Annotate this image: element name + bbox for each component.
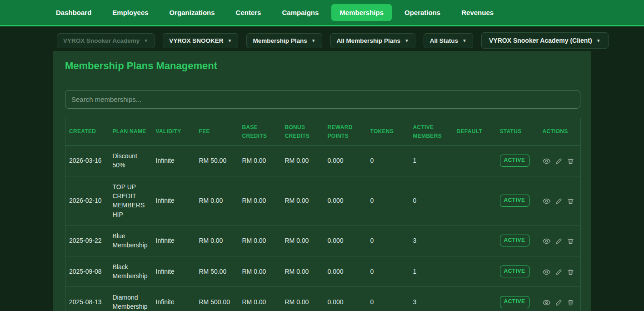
nav-item-centers[interactable]: Centers — [228, 4, 270, 21]
table-row: 2025-09-08Black MembershipInfiniteRM 50.… — [65, 256, 581, 287]
dropdown-label: VYROX Snooker Academy — [63, 37, 140, 44]
column-header-default: DEFAULT — [453, 118, 496, 145]
eye-icon[interactable] — [543, 299, 550, 306]
table-row: 2025-08-13Diamond MembershipInfiniteRM 5… — [65, 287, 581, 311]
eye-icon[interactable] — [543, 268, 550, 276]
nav-item-memberships[interactable]: Memberships — [331, 4, 392, 21]
academy-filter-dropdown: VYROX Snooker Academy▼ — [57, 33, 155, 48]
column-header-tokens: TOKENS — [367, 118, 409, 145]
table-row: 2025-09-22Blue MembershipInfiniteRM 0.00… — [65, 225, 581, 256]
status-badge: ACTIVE — [500, 155, 529, 166]
column-header-status: STATUS — [496, 118, 539, 145]
validity-cell: Infinite — [152, 176, 195, 225]
client-selector-dropdown[interactable]: VYROX Snooker Academy (Client)▼ — [481, 32, 609, 49]
pencil-icon[interactable] — [555, 158, 562, 165]
nav-item-revenues[interactable]: Revenues — [453, 4, 502, 21]
membership-plans-filter-dropdown[interactable]: All Membership Plans▼ — [330, 33, 415, 48]
filter-bar: VYROX Snooker Academy▼VYROX SNOOKER▼Memb… — [0, 26, 644, 49]
bonus-credits-cell: RM 0.00 — [281, 176, 324, 225]
column-header-plan-name: PLAN NAME — [109, 118, 152, 145]
actions-cell — [539, 225, 581, 256]
trash-icon[interactable] — [567, 269, 574, 276]
base-credits-cell: RM 0.00 — [239, 225, 281, 256]
created-cell: 2025-09-08 — [65, 256, 109, 287]
dropdown-label: Membership Plans — [253, 37, 307, 44]
validity-cell: Infinite — [152, 256, 195, 287]
trash-icon[interactable] — [567, 158, 574, 165]
membership-plans-table: CREATEDPLAN NAMEVALIDITYFEEBASE CREDITSB… — [65, 118, 581, 311]
status-cell: ACTIVE — [496, 145, 539, 176]
eye-icon[interactable] — [543, 157, 550, 165]
created-cell: 2026-02-10 — [65, 176, 109, 225]
fee-cell: RM 0.00 — [195, 176, 239, 225]
tokens-cell: 0 — [367, 225, 409, 256]
base-credits-cell: RM 0.00 — [239, 287, 281, 311]
dropdown-label: VYROX SNOOKER — [169, 37, 223, 44]
bonus-credits-cell: RM 0.00 — [281, 287, 324, 311]
search-input[interactable] — [65, 90, 580, 109]
trash-icon[interactable] — [567, 299, 574, 306]
chevron-down-icon: ▼ — [311, 38, 316, 43]
status-cell: ACTIVE — [496, 287, 539, 311]
actions-cell — [539, 145, 581, 176]
pencil-icon[interactable] — [555, 299, 562, 306]
pencil-icon[interactable] — [555, 269, 562, 276]
table-body: 2026-03-16Discount 50%InfiniteRM 50.00RM… — [65, 145, 581, 311]
validity-cell: Infinite — [152, 225, 195, 256]
fee-cell: RM 0.00 — [195, 225, 239, 256]
base-credits-cell: RM 0.00 — [239, 256, 281, 287]
validity-cell: Infinite — [152, 287, 195, 311]
fee-cell: RM 50.00 — [195, 256, 239, 287]
status-badge: ACTIVE — [500, 296, 529, 308]
status-badge: ACTIVE — [500, 235, 529, 246]
pencil-icon[interactable] — [555, 238, 562, 245]
plan-name-cell: Discount 50% — [109, 145, 152, 176]
dropdown-label: All Membership Plans — [337, 37, 400, 44]
created-cell: 2026-03-16 — [65, 145, 109, 176]
table-row: 2026-03-16Discount 50%InfiniteRM 50.00RM… — [65, 145, 581, 176]
chevron-down-icon: ▼ — [228, 38, 232, 43]
chevron-down-icon: ▼ — [144, 38, 148, 43]
actions-cell — [539, 176, 581, 225]
nav-item-employees[interactable]: Employees — [104, 4, 156, 21]
status-filter-dropdown[interactable]: All Status▼ — [424, 33, 473, 48]
nav-item-campaigns[interactable]: Campaigns — [274, 4, 327, 21]
plan-name-cell: Black Membership — [109, 256, 152, 287]
created-cell: 2025-09-22 — [65, 225, 109, 256]
trash-icon[interactable] — [567, 238, 574, 245]
table-header: CREATEDPLAN NAMEVALIDITYFEEBASE CREDITSB… — [65, 118, 581, 145]
page-title: Membership Plans Management — [65, 60, 579, 72]
active-members-cell: 1 — [409, 256, 453, 287]
validity-cell: Infinite — [152, 145, 195, 176]
chevron-down-icon: ▼ — [462, 38, 467, 43]
column-header-validity: VALIDITY — [152, 118, 195, 145]
organization-filter-dropdown[interactable]: VYROX SNOOKER▼ — [163, 33, 238, 48]
active-members-cell: 3 — [409, 287, 453, 311]
status-badge: ACTIVE — [500, 195, 529, 206]
plan-name-cell: Blue Membership — [109, 225, 152, 256]
dropdown-label: VYROX Snooker Academy (Client) — [489, 37, 592, 44]
column-header-base-credits: BASE CREDITS — [239, 118, 281, 145]
module-filter-dropdown[interactable]: Membership Plans▼ — [246, 33, 322, 48]
eye-icon[interactable] — [543, 237, 550, 245]
active-members-cell: 0 — [409, 176, 453, 225]
nav-item-dashboard[interactable]: Dashboard — [48, 4, 100, 21]
bonus-credits-cell: RM 0.00 — [281, 145, 324, 176]
tokens-cell: 0 — [367, 287, 409, 311]
plan-name-cell: Diamond Membership — [109, 287, 152, 311]
trash-icon[interactable] — [567, 198, 574, 205]
reward-points-cell: 0.000 — [324, 145, 367, 176]
status-cell: ACTIVE — [496, 176, 539, 225]
pencil-icon[interactable] — [555, 198, 562, 205]
created-cell: 2025-08-13 — [65, 287, 109, 311]
fee-cell: RM 500.00 — [195, 287, 239, 311]
nav-item-operations[interactable]: Operations — [396, 4, 449, 21]
tokens-cell: 0 — [367, 145, 409, 176]
status-cell: ACTIVE — [496, 225, 539, 256]
eye-icon[interactable] — [543, 197, 550, 205]
nav-item-organizations[interactable]: Organizations — [161, 4, 223, 21]
reward-points-cell: 0.000 — [324, 176, 367, 225]
fee-cell: RM 50.00 — [195, 145, 239, 176]
actions-cell — [539, 256, 581, 287]
dropdown-label: All Status — [430, 37, 458, 44]
